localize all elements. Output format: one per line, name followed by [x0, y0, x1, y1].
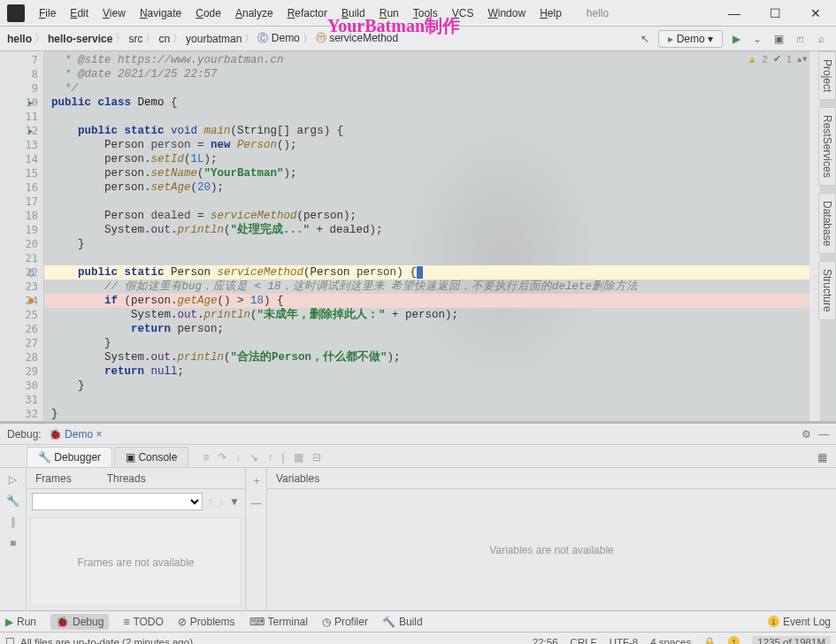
tw-terminal[interactable]: ⌨Terminal	[249, 616, 308, 628]
breadcrumb-item[interactable]: Ⓒ Demo	[257, 31, 299, 46]
memory-indicator[interactable]: 1235 of 1981M	[752, 636, 831, 645]
status-message: All files are up-to-date (2 minutes ago)	[20, 637, 193, 645]
run-button-icon[interactable]: ▶	[728, 31, 744, 47]
code-line[interactable]: Person person = new Person();	[44, 138, 836, 152]
stop-icon[interactable]: ■	[10, 537, 16, 549]
tool-icon[interactable]: 🔧	[6, 494, 19, 507]
menu-tools[interactable]: Tools	[406, 7, 445, 19]
code-line[interactable]: return null;	[44, 364, 836, 379]
code-line[interactable]: person.setAge(20);	[44, 180, 836, 195]
close-button[interactable]: ✕	[795, 1, 836, 26]
gear-icon[interactable]: ⚙	[801, 428, 811, 441]
breadcrumb-item[interactable]: yourbatman	[186, 33, 242, 45]
frames-tab[interactable]: Frames	[35, 472, 72, 485]
code-line[interactable]	[44, 195, 836, 209]
debug-side-toolbar[interactable]: ▷ 🔧 ∥ ■	[0, 468, 27, 610]
code-line[interactable]: // 假如这里有bug，应该是 < 18，这时调试到这里来 希望快速返回，不要执…	[44, 280, 836, 294]
breadcrumb-item[interactable]: cn	[158, 33, 170, 45]
nav-back-icon[interactable]: ↖	[637, 31, 653, 47]
code-line[interactable]: }	[44, 379, 836, 393]
thread-selector[interactable]	[32, 493, 203, 510]
minimize-button[interactable]: —	[714, 1, 755, 26]
menu-code[interactable]: Code	[188, 7, 228, 19]
menu-navigate[interactable]: Navigate	[133, 7, 188, 19]
code-line[interactable]: }	[44, 407, 836, 421]
code-line[interactable]	[44, 251, 836, 265]
status-indent[interactable]: 4 spaces	[650, 637, 691, 645]
filter-icon[interactable]: ▼	[229, 495, 240, 508]
menu-build[interactable]: Build	[334, 7, 372, 19]
menu-help[interactable]: Help	[533, 7, 569, 19]
right-tab-restservices[interactable]: RestServices	[818, 107, 836, 186]
inspection-widget[interactable]: ▲2 ✔1 ▴▾	[748, 53, 808, 65]
main-menu[interactable]: FileEditViewNavigateCodeAnalyzeRefactorB…	[32, 0, 569, 26]
tab-debugger[interactable]: 🔧 Debugger	[27, 447, 112, 467]
breadcrumb-item[interactable]: src	[128, 33, 142, 45]
layout-icon[interactable]: ▦	[817, 451, 836, 467]
breadcrumb-item[interactable]: hello-service	[48, 33, 112, 45]
code-line[interactable]: * @date 2021/1/25 22:57	[44, 67, 836, 81]
debug-step-toolbar[interactable]: ≡↷↓↘↑|▦⊟	[203, 451, 329, 467]
code-line[interactable]: public class Demo {	[44, 96, 836, 110]
breadcrumb-item[interactable]: hello	[7, 33, 32, 45]
toolwindow-toggle-icon[interactable]: ☐	[5, 636, 15, 645]
code-line[interactable]: System.out.println("处理完成..." + dealed);	[44, 223, 836, 237]
tw-profiler[interactable]: ◷Profiler	[322, 616, 368, 628]
right-tab-structure[interactable]: Structure	[818, 261, 836, 320]
gutter[interactable]: 7891011121314151617181920212223242526272…	[0, 51, 44, 421]
remove-watch-icon[interactable]: —	[251, 497, 262, 510]
code-line[interactable]: person.setId(1L);	[44, 152, 836, 166]
menu-file[interactable]: File	[32, 7, 63, 19]
tw-debug[interactable]: 🐞Debug	[50, 614, 109, 630]
tw-eventlog[interactable]: 1Event Log	[768, 616, 831, 628]
status-encoding[interactable]: UTF-8	[610, 637, 639, 645]
code-line[interactable]: * @site https://www.yourbatman.cn	[44, 53, 836, 67]
menu-window[interactable]: Window	[480, 7, 533, 19]
code-line[interactable]	[44, 393, 836, 407]
code-line[interactable]: System.out.println("未成年，删除掉此人：" + person…	[44, 308, 836, 322]
up-icon[interactable]: ↑	[208, 495, 213, 508]
pause-icon[interactable]: ∥	[11, 516, 16, 528]
menu-refactor[interactable]: Refactor	[280, 7, 334, 19]
tw-problems[interactable]: ⊘Problems	[178, 616, 235, 628]
status-eol[interactable]: CRLF	[571, 637, 597, 645]
run-config-dropdown[interactable]: ▸Demo ▾	[658, 30, 723, 48]
coverage-icon[interactable]: ▣	[771, 31, 786, 47]
right-tab-project[interactable]: Project	[818, 51, 836, 100]
debug-button-icon[interactable]: ⌄	[749, 31, 765, 47]
resume-icon[interactable]: ▷	[9, 473, 17, 486]
menu-vcs[interactable]: VCS	[445, 7, 481, 19]
lock-icon[interactable]: 🔒	[703, 636, 716, 645]
code-line[interactable]: public static void main(String[] args) {	[44, 124, 836, 138]
code-line[interactable]: Person dealed = serviceMethod(person);	[44, 209, 836, 223]
breadcrumb-item[interactable]: ⓜ serviceMethod	[316, 31, 398, 46]
search-icon[interactable]: ⌕	[813, 31, 829, 47]
down-icon[interactable]: ↓	[219, 495, 224, 508]
code-line[interactable]: if (person.getAge() > 18) {	[44, 294, 836, 308]
code-line[interactable]: System.out.println("合法的Person，什么都不做");	[44, 350, 836, 364]
code-line[interactable]: */	[44, 81, 836, 96]
code-line[interactable]: return person;	[44, 322, 836, 336]
threads-tab[interactable]: Threads	[107, 472, 146, 485]
menu-run[interactable]: Run	[372, 7, 406, 19]
attach-icon[interactable]: ⏍	[792, 31, 808, 47]
menu-view[interactable]: View	[96, 7, 133, 19]
notif-icon[interactable]: 1	[728, 636, 740, 644]
code-line[interactable]: }	[44, 336, 836, 350]
code-line[interactable]: person.setName("YourBatman");	[44, 166, 836, 180]
menu-edit[interactable]: Edit	[63, 7, 96, 19]
code-line[interactable]: }	[44, 237, 836, 251]
code-line[interactable]	[44, 110, 836, 124]
code-line[interactable]: public static Person serviceMethod(Perso…	[44, 265, 836, 280]
tw-build[interactable]: 🔨Build	[382, 616, 423, 628]
add-watch-icon[interactable]: ＋	[251, 473, 262, 488]
tw-run[interactable]: ▶Run	[5, 616, 36, 628]
tw-todo[interactable]: ≡TODO	[123, 616, 163, 628]
debug-run-config[interactable]: 🐞 Demo ×	[49, 428, 103, 441]
maximize-button[interactable]: ☐	[755, 1, 795, 26]
tab-console[interactable]: ▣ Console	[114, 447, 188, 467]
hide-icon[interactable]: —	[818, 428, 829, 441]
right-tab-database[interactable]: Database	[818, 193, 836, 254]
menu-analyze[interactable]: Analyze	[228, 7, 280, 19]
code-editor[interactable]: * @site https://www.yourbatman.cn * @dat…	[44, 51, 836, 421]
